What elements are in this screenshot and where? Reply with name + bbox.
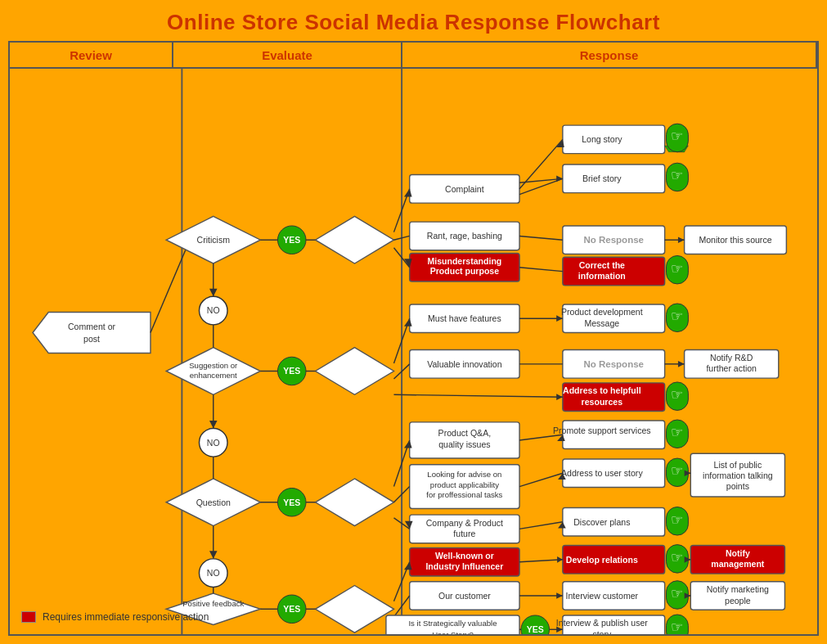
svg-text:Complaint: Complaint bbox=[445, 184, 484, 194]
svg-text:☞: ☞ bbox=[671, 308, 683, 324]
svg-text:☞: ☞ bbox=[671, 128, 683, 144]
svg-marker-83 bbox=[316, 585, 394, 633]
svg-marker-13 bbox=[209, 289, 218, 297]
svg-marker-57 bbox=[316, 348, 394, 395]
svg-text:Promote support services: Promote support services bbox=[553, 426, 651, 435]
svg-text:YES: YES bbox=[283, 498, 300, 507]
svg-text:☞: ☞ bbox=[671, 260, 683, 277]
svg-text:NO: NO bbox=[207, 438, 220, 448]
svg-text:further action: further action bbox=[706, 363, 757, 373]
svg-text:Rant, rage, bashing: Rant, rage, bashing bbox=[427, 231, 502, 241]
svg-text:YES: YES bbox=[283, 366, 300, 376]
svg-text:information talking: information talking bbox=[703, 471, 773, 480]
svg-line-156 bbox=[519, 473, 563, 486]
svg-text:Comment or: Comment or bbox=[68, 322, 116, 331]
main-container: Review Evaluate Response Comment or post… bbox=[8, 41, 819, 636]
svg-line-201 bbox=[394, 394, 563, 397]
svg-line-168 bbox=[519, 522, 563, 529]
svg-text:Message: Message bbox=[584, 318, 619, 328]
svg-marker-66 bbox=[316, 479, 394, 526]
svg-text:enhancement: enhancement bbox=[190, 371, 237, 380]
svg-text:Interview customer: Interview customer bbox=[566, 591, 639, 601]
svg-text:YES: YES bbox=[283, 604, 300, 614]
svg-text:NO: NO bbox=[207, 305, 220, 315]
svg-marker-2 bbox=[33, 313, 151, 354]
svg-text:☞: ☞ bbox=[671, 386, 683, 403]
svg-text:Notify R&D: Notify R&D bbox=[710, 353, 753, 363]
svg-text:YES: YES bbox=[283, 235, 300, 245]
svg-marker-24 bbox=[209, 421, 218, 429]
svg-text:Criticism: Criticism bbox=[197, 235, 231, 245]
svg-text:information: information bbox=[578, 271, 626, 281]
svg-marker-119 bbox=[678, 236, 685, 243]
svg-text:Misunderstanding: Misunderstanding bbox=[427, 256, 501, 266]
svg-marker-175 bbox=[557, 556, 563, 563]
svg-line-115 bbox=[519, 236, 563, 240]
svg-text:☞: ☞ bbox=[671, 167, 683, 183]
col-header-review: Review bbox=[10, 43, 173, 67]
svg-text:product applicability: product applicability bbox=[430, 480, 499, 489]
svg-text:List of public: List of public bbox=[714, 460, 762, 470]
svg-text:Company & Product: Company & Product bbox=[426, 518, 503, 528]
svg-line-125 bbox=[519, 268, 563, 272]
legend-text: Requires immediate responsive action bbox=[43, 611, 209, 623]
svg-text:Product purpose: Product purpose bbox=[430, 266, 500, 276]
svg-line-5 bbox=[151, 240, 190, 332]
legend-red-box bbox=[21, 611, 36, 623]
svg-text:Must have features: Must have features bbox=[428, 313, 501, 323]
svg-text:Valuable innovation: Valuable innovation bbox=[427, 359, 501, 369]
svg-text:Is it Strategically valuable: Is it Strategically valuable bbox=[408, 619, 497, 628]
svg-text:Develop relations: Develop relations bbox=[566, 555, 638, 565]
svg-marker-140 bbox=[678, 361, 685, 367]
svg-text:NO: NO bbox=[207, 568, 220, 578]
svg-text:future: future bbox=[453, 529, 475, 538]
svg-text:Brief story: Brief story bbox=[582, 173, 622, 183]
svg-text:quality issues: quality issues bbox=[438, 439, 490, 449]
svg-line-150 bbox=[519, 435, 563, 440]
svg-text:Well-known or: Well-known or bbox=[435, 551, 494, 561]
svg-text:Monitor this source: Monitor this source bbox=[699, 235, 771, 245]
svg-text:points: points bbox=[726, 481, 749, 491]
col-header-response: Response bbox=[402, 43, 817, 67]
page-title: Online Store Social Media Response Flowc… bbox=[0, 0, 827, 42]
svg-text:Looking for advise on: Looking for advise on bbox=[427, 470, 501, 479]
svg-text:Address to helpfull: Address to helpfull bbox=[563, 385, 641, 395]
svg-marker-186 bbox=[556, 592, 563, 599]
svg-text:YES: YES bbox=[527, 624, 544, 634]
svg-text:Discover plans: Discover plans bbox=[573, 517, 630, 527]
svg-text:Notify marketing: Notify marketing bbox=[707, 584, 769, 594]
svg-text:people: people bbox=[725, 596, 751, 606]
svg-text:Positive feedback: Positive feedback bbox=[182, 599, 244, 608]
svg-marker-43 bbox=[316, 216, 394, 263]
svg-text:Interview & publish user: Interview & publish user bbox=[556, 618, 648, 628]
svg-text:Address to user story: Address to user story bbox=[561, 468, 643, 478]
col-header-evaluate: Evaluate bbox=[173, 43, 402, 67]
svg-text:User Story?: User Story? bbox=[432, 630, 474, 634]
svg-text:Industry Influencer: Industry Influencer bbox=[425, 561, 503, 571]
svg-text:☞: ☞ bbox=[671, 462, 683, 479]
svg-text:story: story bbox=[592, 629, 612, 634]
column-headers: Review Evaluate Response bbox=[10, 43, 817, 69]
svg-line-174 bbox=[519, 560, 563, 562]
svg-text:☞: ☞ bbox=[671, 511, 683, 528]
svg-marker-34 bbox=[209, 551, 218, 559]
svg-text:Our customer: Our customer bbox=[438, 591, 491, 601]
svg-text:Question: Question bbox=[196, 498, 231, 507]
svg-text:Correct the: Correct the bbox=[579, 260, 625, 270]
legend: Requires immediate responsive action bbox=[21, 611, 209, 623]
svg-marker-202 bbox=[556, 394, 563, 400]
svg-text:Notify: Notify bbox=[726, 548, 750, 558]
svg-text:☞: ☞ bbox=[671, 585, 683, 601]
svg-text:Long story: Long story bbox=[582, 134, 622, 144]
svg-text:management: management bbox=[711, 559, 765, 569]
svg-text:post: post bbox=[83, 334, 100, 344]
svg-text:☞: ☞ bbox=[671, 619, 683, 634]
svg-text:No Response: No Response bbox=[583, 359, 644, 369]
svg-text:☞: ☞ bbox=[671, 549, 683, 565]
svg-text:for proffessional tasks: for proffessional tasks bbox=[426, 490, 502, 499]
svg-marker-200 bbox=[556, 176, 563, 182]
svg-text:Product development: Product development bbox=[561, 307, 643, 317]
svg-text:No Response: No Response bbox=[583, 235, 644, 245]
svg-text:☞: ☞ bbox=[671, 424, 683, 440]
svg-text:resources: resources bbox=[582, 397, 623, 407]
